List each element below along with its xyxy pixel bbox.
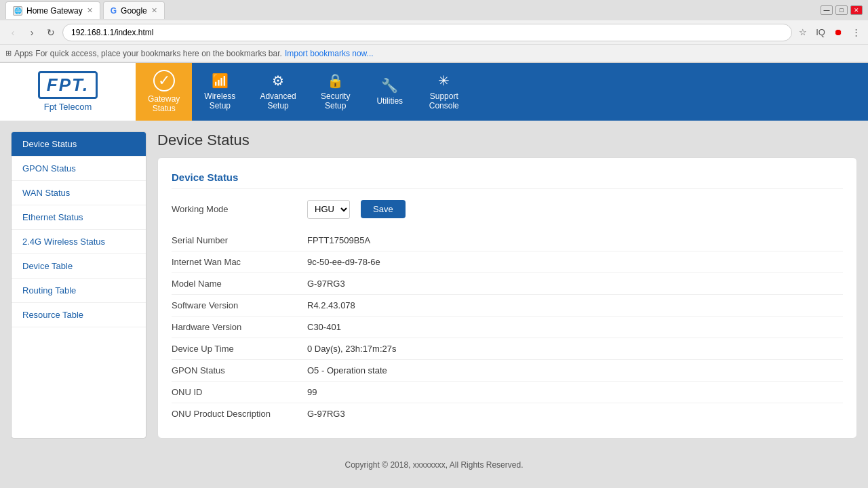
field-value: 9c-50-ee-d9-78-6e xyxy=(307,257,380,267)
field-row: ONU Product Description G-97RG3 xyxy=(172,403,843,424)
field-value: 0 Day(s), 23h:17m:27s xyxy=(307,344,397,354)
maximize-button[interactable]: □ xyxy=(835,5,848,15)
sidebar-item-device-status[interactable]: Device Status xyxy=(12,132,146,157)
field-row: Hardware Version C30-401 xyxy=(172,317,843,338)
window-controls: — □ ✕ xyxy=(821,5,863,15)
nav-security-setup[interactable]: 🔒 SecuritySetup xyxy=(309,63,363,121)
bookmarks-bar: ⊞ Apps For quick access, place your book… xyxy=(0,45,868,62)
bookmarks-hint: For quick access, place your bookmarks h… xyxy=(35,49,282,58)
field-label: Serial Number xyxy=(172,235,307,245)
gateway-status-label: GatewayStatus xyxy=(148,94,180,114)
sidebar-item-routing-table[interactable]: Routing Table xyxy=(12,279,146,303)
working-mode-label: Working Mode xyxy=(172,204,307,214)
minimize-button[interactable]: — xyxy=(821,5,833,15)
record-icon[interactable]: ⏺ xyxy=(831,26,845,39)
gateway-status-icon: ✓ xyxy=(153,70,175,92)
support-console-label: SupportConsole xyxy=(429,92,459,111)
nav-icons: ☆ IQ ⏺ ⋮ xyxy=(796,26,863,39)
url-bar[interactable] xyxy=(62,24,792,41)
field-row: Device Up Time 0 Day(s), 23h:17m:27s xyxy=(172,338,843,360)
field-value: 99 xyxy=(307,387,317,397)
field-label: GPON Status xyxy=(172,365,307,375)
close-button[interactable]: ✕ xyxy=(850,5,863,15)
google-tab-icon: G xyxy=(111,6,117,16)
field-label: ONU Product Description xyxy=(172,409,307,419)
page-wrapper: FPT. Fpt Telecom ✓ GatewayStatus 📶 Wirel… xyxy=(0,63,868,488)
working-mode-controls: HGU Save xyxy=(307,200,406,219)
sidebar-item-gpon-status[interactable]: GPON Status xyxy=(12,157,146,181)
profile-icon[interactable]: IQ xyxy=(814,26,827,39)
tab-label-google: Google xyxy=(121,6,147,16)
logo-text: FPT. xyxy=(38,71,98,99)
field-value: R4.2.43.078 xyxy=(307,300,355,310)
field-value: O5 - Operation state xyxy=(307,365,387,375)
field-row: GPON Status O5 - Operation state xyxy=(172,360,843,382)
advanced-setup-icon: ⚙ xyxy=(272,73,284,89)
sidebar-item-wan-status[interactable]: WAN Status xyxy=(12,181,146,205)
field-value: G-97RG3 xyxy=(307,409,345,419)
tab-close-google-icon[interactable]: ✕ xyxy=(151,6,157,15)
page-title: Device Status xyxy=(157,131,857,149)
field-value: G-97RG3 xyxy=(307,279,345,289)
field-row: Model Name G-97RG3 xyxy=(172,273,843,295)
logo-sub: Fpt Telecom xyxy=(44,102,92,112)
field-label: Model Name xyxy=(172,279,307,289)
title-bar: 🌐 Home Gateway ✕ G Google ✕ — □ ✕ xyxy=(0,0,868,20)
field-label: Device Up Time xyxy=(172,344,307,354)
main-layout: Device Status GPON Status WAN Status Eth… xyxy=(0,121,868,449)
card-title: Device Status xyxy=(172,171,843,189)
refresh-button[interactable]: ↻ xyxy=(43,25,58,40)
content-area: Device Status Device Status Working Mode… xyxy=(157,131,857,439)
logo-area: FPT. Fpt Telecom xyxy=(0,63,136,121)
support-console-icon: ✳ xyxy=(438,73,450,89)
nav-support-console[interactable]: ✳ SupportConsole xyxy=(417,63,471,121)
wireless-setup-label: WirelessSetup xyxy=(204,92,235,111)
tab-google[interactable]: G Google ✕ xyxy=(103,1,165,19)
utilities-label: Utilities xyxy=(376,96,403,106)
back-button[interactable]: ‹ xyxy=(5,25,20,40)
utilities-icon: 🔧 xyxy=(381,77,398,94)
tab-close-icon[interactable]: ✕ xyxy=(87,6,93,15)
menu-icon[interactable]: ⋮ xyxy=(849,26,863,39)
browser-nav-bar: ‹ › ↻ ☆ IQ ⏺ ⋮ xyxy=(0,20,868,45)
security-setup-icon: 🔒 xyxy=(327,73,344,89)
sidebar-item-device-table[interactable]: Device Table xyxy=(12,254,146,279)
site-header: FPT. Fpt Telecom ✓ GatewayStatus 📶 Wirel… xyxy=(0,63,868,121)
field-value: C30-401 xyxy=(307,322,341,332)
field-row: Serial Number FPTT17509B5A xyxy=(172,230,843,251)
tab-page-icon: 🌐 xyxy=(13,6,22,16)
tab-label: Home Gateway xyxy=(26,6,83,16)
forward-button[interactable]: › xyxy=(24,25,39,40)
nav-wireless-setup[interactable]: 📶 WirelessSetup xyxy=(192,63,248,121)
nav-gateway-status[interactable]: ✓ GatewayStatus xyxy=(136,63,192,121)
field-label: Software Version xyxy=(172,300,307,310)
footer: Copyright © 2018, xxxxxxxx, All Rights R… xyxy=(0,449,868,481)
field-row: Software Version R4.2.43.078 xyxy=(172,295,843,317)
sidebar-item-wireless-status-2g[interactable]: 2.4G Wireless Status xyxy=(12,230,146,254)
import-bookmarks-link[interactable]: Import bookmarks now... xyxy=(285,49,374,58)
field-label: Internet Wan Mac xyxy=(172,257,307,267)
fields-container: Serial Number FPTT17509B5A Internet Wan … xyxy=(172,230,843,424)
save-button[interactable]: Save xyxy=(361,200,406,218)
nav-advanced-setup[interactable]: ⚙ AdvancedSetup xyxy=(248,63,308,121)
sidebar-item-resource-table[interactable]: Resource Table xyxy=(12,303,146,327)
wireless-setup-icon: 📶 xyxy=(212,73,229,89)
working-mode-row: Working Mode HGU Save xyxy=(172,200,843,219)
bookmark-icon[interactable]: ☆ xyxy=(796,26,810,39)
field-row: Internet Wan Mac 9c-50-ee-d9-78-6e xyxy=(172,251,843,273)
field-label: ONU ID xyxy=(172,387,307,397)
sidebar: Device Status GPON Status WAN Status Eth… xyxy=(11,131,146,439)
field-value: FPTT17509B5A xyxy=(307,235,370,245)
security-setup-label: SecuritySetup xyxy=(321,92,350,111)
sidebar-item-ethernet-status[interactable]: Ethernet Status xyxy=(12,205,146,230)
apps-label: Apps xyxy=(14,49,33,58)
advanced-setup-label: AdvancedSetup xyxy=(260,92,296,111)
field-row: ONU ID 99 xyxy=(172,382,843,403)
nav-menu: ✓ GatewayStatus 📶 WirelessSetup ⚙ Advanc… xyxy=(136,63,868,121)
nav-utilities[interactable]: 🔧 Utilities xyxy=(363,63,417,121)
browser-chrome: 🌐 Home Gateway ✕ G Google ✕ — □ ✕ ‹ › ↻ … xyxy=(0,0,868,63)
tab-home-gateway[interactable]: 🌐 Home Gateway ✕ xyxy=(5,1,100,19)
apps-grid-icon[interactable]: ⊞ xyxy=(5,49,12,58)
field-label: Hardware Version xyxy=(172,322,307,332)
working-mode-select[interactable]: HGU xyxy=(307,200,350,219)
